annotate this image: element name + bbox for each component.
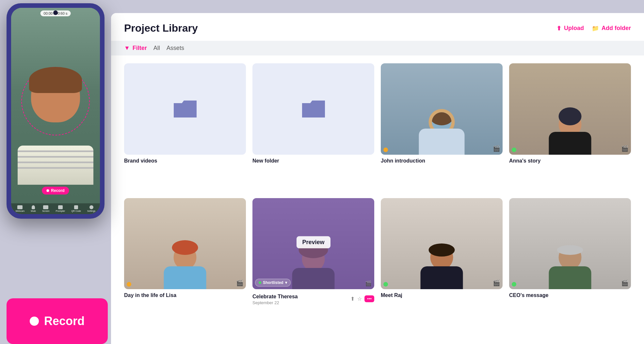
video-thumbnail: Preview Shortlisted ▾ 🎬 bbox=[252, 198, 374, 289]
list-item[interactable]: Brand videos bbox=[124, 63, 246, 192]
film-icon: 🎬 bbox=[493, 145, 500, 152]
screen-label: Screen bbox=[42, 210, 49, 212]
folder-thumbnail bbox=[124, 63, 246, 155]
video-thumbnail: 🎬 bbox=[124, 198, 246, 289]
filter-tab-all[interactable]: All bbox=[153, 45, 160, 52]
item-label: New folder bbox=[252, 158, 374, 164]
prompter-icon bbox=[58, 205, 63, 209]
stripe bbox=[18, 156, 93, 158]
share-icon[interactable]: ⬆ bbox=[350, 296, 355, 302]
status-dot bbox=[127, 282, 131, 287]
list-item[interactable]: Preview Shortlisted ▾ 🎬 Celebrate Theres… bbox=[252, 198, 374, 333]
thumb-overlay: 🎬 bbox=[124, 198, 246, 289]
preview-badge[interactable]: Preview bbox=[296, 236, 330, 248]
item-actions: ⬆ ☆ ••• bbox=[350, 295, 374, 302]
video-thumbnail: 🎬 bbox=[509, 63, 631, 155]
add-folder-icon: 📁 bbox=[592, 25, 599, 32]
folder-icon bbox=[300, 98, 327, 120]
filter-tab-assets[interactable]: Assets bbox=[167, 45, 184, 52]
shortlisted-label: Shortlisted bbox=[263, 280, 283, 285]
video-thumbnail: 🎬 bbox=[509, 198, 631, 289]
settings-icon bbox=[89, 205, 93, 209]
thumb-overlay: 🎬 bbox=[381, 198, 503, 289]
item-label: Brand videos bbox=[124, 158, 246, 164]
mute-label: Mute bbox=[31, 210, 36, 212]
film-icon: 🎬 bbox=[365, 281, 372, 286]
add-folder-button[interactable]: 📁 Add folder bbox=[592, 25, 631, 32]
face-circle bbox=[21, 67, 90, 135]
record-label-phone: Record bbox=[51, 188, 64, 193]
list-item[interactable]: 🎬 CEO's message bbox=[509, 198, 631, 333]
hair bbox=[29, 67, 82, 93]
toolbar-webcam[interactable]: Webcam bbox=[16, 205, 25, 212]
main-panel: Project Library ⬆ Upload 📁 Add folder ▼ … bbox=[111, 13, 644, 344]
page-title: Project Library bbox=[124, 22, 198, 34]
status-dot bbox=[512, 282, 516, 287]
stripe bbox=[18, 167, 93, 169]
item-label: Meet Raj bbox=[381, 292, 503, 298]
screen-icon bbox=[43, 205, 48, 209]
film-icon: 🎬 bbox=[621, 279, 628, 287]
item-date: September 22 bbox=[252, 300, 298, 305]
qrcode-label: QR Code bbox=[72, 210, 81, 212]
film-icon: 🎬 bbox=[621, 145, 628, 152]
shortlisted-badge[interactable]: Shortlisted ▾ bbox=[255, 279, 291, 287]
star-icon[interactable]: ☆ bbox=[357, 296, 362, 302]
film-icon-theresa: 🎬 bbox=[365, 280, 372, 287]
list-item[interactable]: 🎬 John introduction bbox=[381, 63, 503, 192]
upload-icon: ⬆ bbox=[556, 25, 561, 32]
body-view bbox=[18, 146, 93, 185]
record-label-large: Record bbox=[44, 314, 85, 328]
film-icon: 🎬 bbox=[236, 279, 243, 287]
video-thumbnail: 🎬 bbox=[381, 198, 503, 289]
settings-label: Settings bbox=[87, 210, 95, 212]
folder-thumbnail bbox=[252, 63, 374, 155]
record-dot-large bbox=[30, 317, 39, 326]
toolbar-mute[interactable]: Mute bbox=[31, 205, 36, 212]
video-thumbnail: 🎬 bbox=[381, 63, 503, 155]
toolbar-qrcode[interactable]: QR Code bbox=[72, 205, 81, 212]
webcam-label: Webcam bbox=[16, 210, 25, 212]
stripe bbox=[18, 150, 93, 152]
phone-frame: 00:00 / 00:60 s bbox=[7, 3, 105, 219]
shortlisted-dot bbox=[259, 281, 261, 284]
status-dot bbox=[383, 282, 388, 287]
thumb-overlay: 🎬 bbox=[381, 63, 503, 155]
item-label: John introduction bbox=[381, 158, 503, 164]
list-item[interactable]: 🎬 Anna's story bbox=[509, 63, 631, 192]
shortlisted-chevron: ▾ bbox=[285, 280, 287, 285]
record-button-phone[interactable]: Record bbox=[42, 187, 69, 195]
prompter-label: Prompter bbox=[56, 210, 65, 212]
toolbar-prompter[interactable]: Prompter bbox=[56, 205, 65, 212]
thumb-overlay: 🎬 bbox=[509, 63, 631, 155]
record-dot-phone bbox=[46, 189, 49, 192]
list-item[interactable]: 🎬 Meet Raj bbox=[381, 198, 503, 333]
upload-label: Upload bbox=[564, 25, 584, 32]
record-section[interactable]: Record bbox=[7, 298, 108, 344]
item-label: Anna's story bbox=[509, 158, 631, 164]
add-folder-label: Add folder bbox=[602, 25, 631, 32]
stripe bbox=[18, 162, 93, 163]
phone-screen: 00:00 / 00:60 s bbox=[11, 8, 100, 214]
phone-mockup: 00:00 / 00:60 s bbox=[7, 3, 108, 225]
status-dot bbox=[512, 148, 516, 152]
status-dot bbox=[383, 148, 388, 152]
upload-button[interactable]: ⬆ Upload bbox=[556, 25, 584, 32]
panel-header: Project Library ⬆ Upload 📁 Add folder bbox=[111, 13, 644, 41]
folder-icon bbox=[172, 98, 198, 120]
filter-bar: ▼ Filter All Assets bbox=[111, 41, 644, 55]
filter-icon: ▼ bbox=[124, 45, 130, 52]
item-footer: Celebrate Theresa September 22 ⬆ ☆ ••• bbox=[252, 292, 374, 305]
more-button[interactable]: ••• bbox=[364, 295, 374, 302]
film-icon: 🎬 bbox=[493, 279, 500, 287]
item-info: Celebrate Theresa September 22 bbox=[252, 292, 298, 305]
item-label: Day in the life of Lisa bbox=[124, 292, 246, 298]
webcam-icon bbox=[17, 205, 23, 209]
toolbar-settings[interactable]: Settings bbox=[87, 205, 95, 212]
list-item[interactable]: 🎬 Day in the life of Lisa bbox=[124, 198, 246, 333]
filter-button[interactable]: ▼ Filter bbox=[124, 45, 147, 52]
project-grid: Brand videos New folder bbox=[111, 55, 644, 341]
mute-icon bbox=[32, 205, 35, 209]
toolbar-screen[interactable]: Screen bbox=[42, 205, 49, 212]
list-item[interactable]: New folder bbox=[252, 63, 374, 192]
